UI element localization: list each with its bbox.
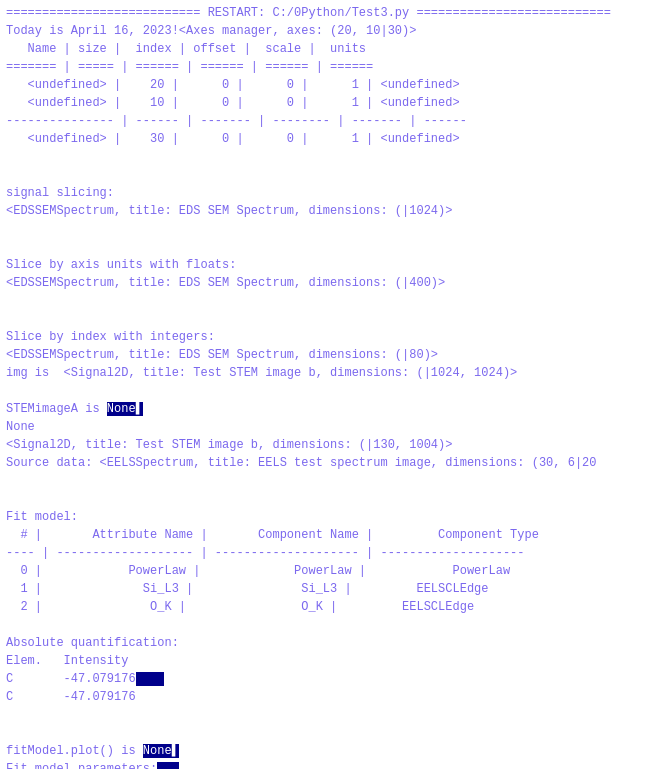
line-separator1: ======= | ===== | ====== | ====== | ====… [6,58,664,76]
line-slice-floats: Slice by axis units with floats: [6,256,664,274]
line-row0: ---- | ------------------- | -----------… [6,544,664,562]
line-fit-params: Fit model parameters: [6,760,664,769]
line-eds1: <EDSSEMSpectrum, title: EDS SEM Spectrum… [6,202,664,220]
line-empty4 [6,238,664,256]
line-date: Today is April 16, 2023!<Axes manager, a… [6,22,664,40]
line-eds3: <EDSSEMSpectrum, title: EDS SEM Spectrum… [6,346,664,364]
terminal-output: =========================== RESTART: C:/… [0,0,670,769]
line-si-val: Elem. Intensity [6,652,664,670]
line-signal-slicing: signal slicing: [6,184,664,202]
line-axes-header: Name | size | index | offset | scale | u… [6,40,664,58]
line-empty12 [6,724,664,742]
line-empty2 [6,166,664,184]
line-o-val: C -47.079176 [6,688,664,706]
c-highlight [136,672,165,686]
fitmodel-text: fitModel.plot() is [6,744,143,758]
line-empty9 [6,490,664,508]
line-empty11 [6,706,664,724]
c-val-text: C -47.079176 [6,672,136,686]
line-source-data2: Source data: <EELSSpectrum, title: EELS … [6,454,664,472]
line-empty6 [6,310,664,328]
line-fitmodel-plot: fitModel.plot() is None▌ [6,742,664,760]
none-cursor-2: None [143,744,172,758]
line-eds2: <EDSSEMSpectrum, title: EDS SEM Spectrum… [6,274,664,292]
cursor-block-2: ▌ [172,744,179,758]
fit-params-text: Fit model parameters: [6,762,157,769]
line-row3: 2 | O_K | O_K | EELSCLEdge [6,598,664,616]
line-img-is: img is <Signal2D, title: Test STEM image… [6,364,664,382]
line-signal2d: None [6,418,664,436]
line-table-header: Fit model: [6,508,664,526]
line-source-data: <Signal2D, title: Test STEM image b, dim… [6,436,664,454]
line-c-val: C -47.079176 [6,670,664,688]
line-elem-header: Absolute quantification: [6,634,664,652]
line-slice-int: Slice by index with integers: [6,328,664,346]
none-cursor-1: None [107,402,136,416]
line-stemimage-a: STEMimageA is None▌ [6,400,664,418]
line-row2: 1 | Si_L3 | Si_L3 | EELSCLEdge [6,580,664,598]
line-row1: 0 | PowerLaw | PowerLaw | PowerLaw [6,562,664,580]
line-empty1 [6,148,664,166]
line-undef1: <undefined> | 20 | 0 | 0 | 1 | <undefine… [6,76,664,94]
line-undef2: <undefined> | 10 | 0 | 0 | 1 | <undefine… [6,94,664,112]
line-dash-sep: --------------- | ------ | ------- | ---… [6,112,664,130]
line-empty5 [6,292,664,310]
cursor-block-1: ▌ [136,402,143,416]
line-empty7 [6,382,664,400]
params-highlight [157,762,179,769]
line-empty10 [6,616,664,634]
line-undef3: <undefined> | 30 | 0 | 0 | 1 | <undefine… [6,130,664,148]
line-table-sep: # | Attribute Name | Component Name | Co… [6,526,664,544]
line-empty3 [6,220,664,238]
line-restart: =========================== RESTART: C:/… [6,4,664,22]
stemimage-label: STEMimageA is [6,402,107,416]
line-empty8 [6,472,664,490]
